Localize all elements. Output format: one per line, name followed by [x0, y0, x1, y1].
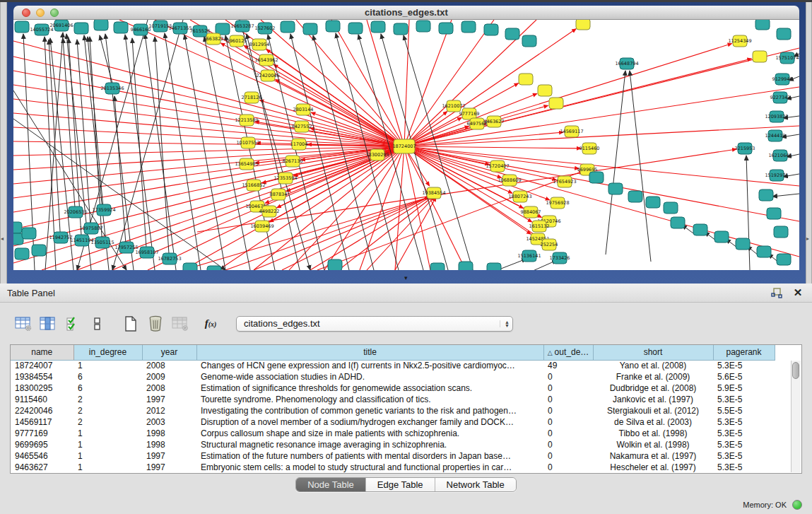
tab-network-table[interactable]: Network Table [435, 478, 516, 491]
cell-name[interactable]: 9699695 [11, 439, 73, 450]
cell-title[interactable]: Disruption of a novel member of a sodium… [196, 416, 543, 428]
column-header-pagerank[interactable]: pagerank [713, 345, 775, 360]
cell-title[interactable]: Estimation of the future numbers of pati… [196, 450, 543, 462]
cell-pagerank[interactable]: 5.3E-5 [713, 462, 775, 473]
table-row[interactable]: 911546021997Tourette syndrome. Phenomeno… [11, 394, 775, 405]
cell-in_degree[interactable]: 6 [73, 371, 142, 382]
graph-node-teal[interactable] [767, 208, 781, 219]
cell-name[interactable]: 9777169 [11, 428, 73, 439]
table-row[interactable]: 1872400712008Changes of HCN gene express… [11, 360, 775, 371]
cell-pagerank[interactable]: 5.3E-5 [713, 450, 775, 462]
graph-node-teal[interactable] [22, 228, 36, 239]
cell-title[interactable]: Tourette syndrome. Phenomenology and cla… [196, 394, 543, 405]
cell-out_de[interactable]: 0 [543, 371, 593, 382]
cell-year[interactable]: 1997 [142, 462, 196, 473]
table-vertical-scrollbar[interactable] [791, 361, 801, 472]
row-height-icon[interactable] [87, 313, 108, 334]
cell-year[interactable]: 1997 [142, 394, 196, 405]
graph-node-teal[interactable] [74, 23, 88, 34]
graph-node-teal[interactable] [759, 189, 773, 201]
graph-node-teal[interactable] [693, 224, 707, 235]
cell-out_de[interactable]: 0 [543, 428, 593, 439]
graph-node-yellow[interactable] [549, 98, 563, 109]
column-header-in_degree[interactable]: in_degree [73, 345, 142, 360]
cell-short[interactable]: Dudbridge et al. (2008) [593, 382, 713, 394]
cell-in_degree[interactable]: 6 [73, 382, 142, 394]
cell-out_de[interactable]: 0 [543, 450, 593, 462]
cell-pagerank[interactable]: 5.3E-5 [713, 394, 775, 405]
graph-node-teal[interactable] [439, 23, 453, 34]
cell-name[interactable]: 9115460 [11, 394, 73, 405]
cell-name[interactable]: 14569117 [11, 416, 73, 428]
cell-pagerank[interactable]: 5.3E-5 [713, 360, 775, 371]
graph-node-teal[interactable] [589, 172, 604, 183]
cell-in_degree[interactable]: 2 [73, 394, 142, 405]
cell-year[interactable]: 1998 [142, 428, 196, 439]
cell-out_de[interactable]: 0 [543, 394, 593, 405]
graph-node-teal[interactable] [207, 266, 221, 270]
graph-node-teal[interactable] [646, 197, 660, 208]
cell-out_de[interactable]: 0 [543, 382, 593, 394]
cell-name[interactable]: 18724007 [11, 360, 73, 371]
graph-node-teal[interactable] [736, 238, 750, 250]
graph-node-teal[interactable] [303, 23, 317, 35]
table-row[interactable]: 969969511998Structural magnetic resonanc… [11, 439, 775, 450]
window-titlebar[interactable]: citations_edges.txt [13, 6, 799, 20]
cell-in_degree[interactable]: 2 [73, 416, 142, 428]
cell-year[interactable]: 1997 [142, 450, 196, 462]
cell-short[interactable]: Jankovic et al. (1997) [593, 394, 713, 405]
cell-in_degree[interactable]: 2 [73, 405, 142, 416]
cell-in_degree[interactable]: 1 [73, 450, 142, 462]
cell-title[interactable]: Changes of HCN gene expression and I(f) … [196, 360, 543, 371]
collapse-right-arrow-icon[interactable]: ▸ [806, 236, 809, 242]
graph-node-teal[interactable] [505, 28, 519, 40]
table-row[interactable]: 946554611997Estimation of the future num… [11, 450, 775, 462]
cell-out_de[interactable]: 0 [543, 405, 593, 416]
graph-node-teal[interactable] [94, 20, 108, 30]
table-row[interactable]: 946362711997Embryonic stem cells: a mode… [11, 462, 775, 473]
cell-short[interactable]: Hescheler et al. (1997) [593, 462, 713, 473]
graph-node-teal[interactable] [416, 21, 430, 32]
select-columns-icon[interactable] [62, 313, 83, 334]
zoom-window-button[interactable] [50, 8, 59, 17]
cell-in_degree[interactable]: 1 [73, 462, 142, 473]
left-splitter-strip[interactable]: ◂ [0, 2, 7, 284]
cell-short[interactable]: Stergiakouli et al. (2012) [593, 405, 713, 416]
graph-node-yellow[interactable] [538, 85, 552, 96]
table-row[interactable]: 1830029562008Estimation of significance … [11, 382, 775, 394]
graph-node-teal[interactable] [774, 226, 788, 238]
table-row[interactable]: 977716911998Corpus callosum shape and si… [11, 428, 775, 439]
graph-node-teal[interactable] [371, 21, 385, 33]
cell-title[interactable]: Structural magnetic resonance image aver… [196, 439, 543, 450]
scrollbar-thumb[interactable] [792, 362, 799, 379]
graph-node-teal[interactable] [777, 28, 791, 40]
graph-node-teal[interactable] [348, 23, 363, 34]
cell-year[interactable]: 2012 [142, 405, 196, 416]
graph-node-teal[interactable] [15, 21, 29, 33]
new-table-icon[interactable] [120, 313, 141, 334]
graph-node-teal[interactable] [671, 217, 685, 228]
column-settings-icon[interactable] [13, 313, 34, 334]
graph-node-teal[interactable] [608, 183, 623, 194]
cell-name[interactable]: 18300295 [11, 382, 73, 394]
cell-pagerank[interactable]: 5.3E-5 [713, 439, 775, 450]
panel-splitter-handle[interactable]: ▾ [404, 275, 408, 281]
cell-year[interactable]: 2009 [142, 371, 196, 382]
cell-out_de[interactable]: 0 [543, 439, 593, 450]
right-splitter-strip[interactable]: ▸ [806, 2, 812, 284]
graph-node-teal[interactable] [757, 246, 771, 257]
cell-short[interactable]: Tibbo et al. (1998) [593, 428, 713, 439]
column-header-year[interactable]: year [142, 345, 196, 360]
cell-pagerank[interactable]: 5.6E-5 [713, 371, 775, 382]
graph-node-teal[interactable] [328, 259, 342, 270]
cell-short[interactable]: Wolkin et al. (1998) [593, 439, 713, 450]
cell-title[interactable]: Genome-wide association studies in ADHD. [196, 371, 543, 382]
cell-year[interactable]: 1998 [142, 439, 196, 450]
graph-node-yellow[interactable] [519, 74, 533, 85]
memory-status-indicator[interactable] [792, 500, 802, 510]
cell-name[interactable]: 9463627 [11, 462, 73, 473]
cell-out_de[interactable]: 49 [543, 360, 593, 371]
citation-network-graph[interactable]: 1405572420691406946616010719155146713557… [13, 20, 799, 270]
cell-name[interactable]: 22420046 [11, 405, 73, 416]
cell-title[interactable]: Embryonic stem cells: a model to study s… [196, 462, 543, 473]
